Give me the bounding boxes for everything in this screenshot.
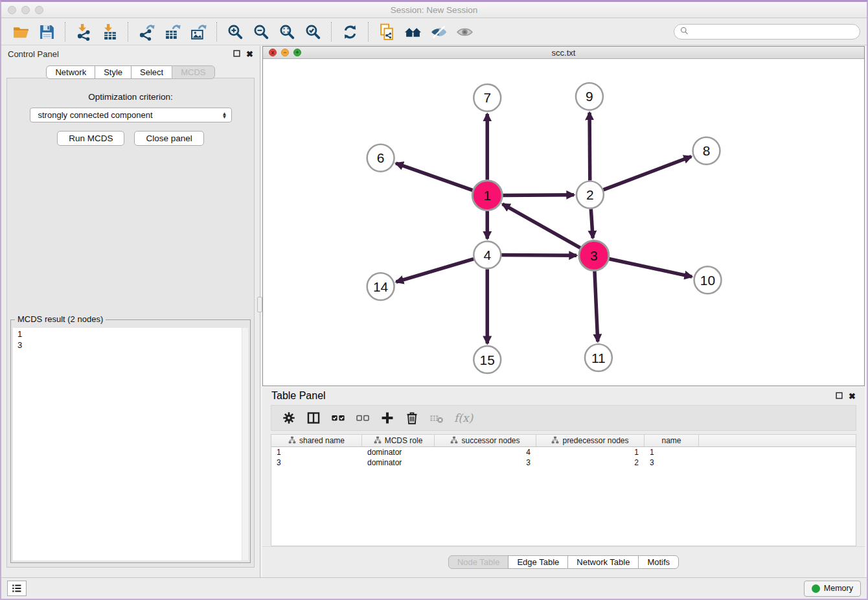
- deselect-all-columns-button[interactable]: [356, 411, 370, 425]
- tab-style[interactable]: Style: [95, 65, 131, 79]
- import-network-button[interactable]: [71, 21, 97, 43]
- float-table-panel-icon[interactable]: [836, 390, 843, 402]
- export-network-button[interactable]: [133, 21, 159, 43]
- minimize-icon[interactable]: [21, 6, 30, 14]
- zoom-fit-button[interactable]: [274, 21, 300, 43]
- cell[interactable]: 1: [536, 448, 645, 457]
- edge-4-14[interactable]: [396, 259, 474, 283]
- tab-mcds[interactable]: MCDS: [172, 65, 214, 79]
- network-graph[interactable]: 1234678910111415: [263, 60, 864, 386]
- clone-network-button[interactable]: [374, 21, 400, 43]
- zoom-out-button[interactable]: [248, 21, 274, 43]
- column-header-successor-nodes[interactable]: successor nodes: [435, 435, 536, 446]
- close-table-panel-icon[interactable]: ✖: [849, 392, 856, 400]
- node-table-header: shared nameMCDS rolesuccessor nodesprede…: [271, 435, 856, 447]
- criterion-select[interactable]: strongly connected component ▲▼: [30, 108, 232, 122]
- table-panel-title: Table Panel: [271, 390, 326, 402]
- refresh-layout-button[interactable]: [337, 21, 363, 43]
- column-header-predecessor-nodes[interactable]: predecessor nodes: [536, 435, 645, 446]
- cell[interactable]: 1: [645, 448, 699, 457]
- node-4[interactable]: 4: [474, 241, 501, 268]
- column-header-name[interactable]: name: [645, 435, 699, 446]
- edge-1-6[interactable]: [396, 163, 473, 190]
- node-10[interactable]: 10: [694, 266, 722, 294]
- search-box[interactable]: [674, 24, 860, 40]
- tab-motifs[interactable]: Motifs: [638, 555, 679, 569]
- tab-node-table[interactable]: Node Table: [448, 555, 509, 569]
- panel-splitter-handle[interactable]: [257, 297, 262, 312]
- float-panel-icon[interactable]: [233, 48, 240, 60]
- network-maximize-icon[interactable]: +: [293, 49, 301, 56]
- tab-edge-table[interactable]: Edge Table: [508, 555, 568, 569]
- cell[interactable]: dominator: [362, 458, 435, 467]
- open-session-button[interactable]: [8, 21, 34, 43]
- table-row[interactable]: 1dominator411: [271, 447, 856, 457]
- task-history-button[interactable]: [7, 581, 27, 596]
- cell[interactable]: 4: [435, 448, 536, 457]
- table-row[interactable]: 3dominator323: [271, 457, 856, 468]
- save-session-button[interactable]: [34, 21, 60, 43]
- node-6[interactable]: 6: [367, 144, 394, 172]
- edge-2-9[interactable]: [589, 113, 590, 181]
- node-8[interactable]: 8: [693, 137, 720, 165]
- tab-select[interactable]: Select: [131, 65, 172, 79]
- import-table-button[interactable]: [97, 21, 122, 43]
- edge-2-8[interactable]: [603, 157, 691, 190]
- mcds-result-text[interactable]: 1 3: [13, 328, 248, 560]
- close-panel-button[interactable]: Close panel: [134, 131, 203, 146]
- zoom-selected-button[interactable]: [300, 21, 326, 43]
- edge-2-3[interactable]: [591, 209, 593, 238]
- tab-network[interactable]: Network: [46, 65, 95, 79]
- mcds-result-title: MCDS result (2 nodes): [15, 314, 106, 324]
- cell[interactable]: 3: [271, 458, 362, 467]
- show-all-button[interactable]: [451, 21, 477, 43]
- node-1[interactable]: 1: [472, 181, 502, 211]
- network-close-icon[interactable]: x: [269, 49, 277, 56]
- search-input[interactable]: [692, 27, 854, 36]
- edge-4-3[interactable]: [501, 255, 577, 256]
- column-header-shared-name[interactable]: shared name: [271, 435, 362, 446]
- split-columns-button[interactable]: [306, 411, 321, 425]
- cell[interactable]: 3: [435, 458, 536, 467]
- run-mcds-button[interactable]: Run MCDS: [57, 131, 124, 146]
- export-table-button[interactable]: [159, 21, 185, 43]
- edge-3-11[interactable]: [595, 271, 598, 341]
- cell[interactable]: 3: [645, 458, 699, 467]
- function-builder-icon[interactable]: f(x): [454, 411, 473, 424]
- close-panel-icon[interactable]: ✖: [246, 50, 253, 58]
- column-header-filler: [699, 435, 856, 446]
- cell[interactable]: 2: [536, 458, 645, 467]
- edge-1-2[interactable]: [503, 195, 574, 196]
- tab-network-table[interactable]: Network Table: [567, 555, 639, 569]
- home-network-button[interactable]: [400, 21, 426, 43]
- close-icon[interactable]: [8, 6, 16, 14]
- cell[interactable]: dominator: [362, 448, 435, 457]
- node-table[interactable]: shared nameMCDS rolesuccessor nodesprede…: [271, 434, 856, 546]
- cell[interactable]: 1: [271, 448, 362, 457]
- node-3[interactable]: 3: [579, 240, 609, 270]
- network-window-titlebar[interactable]: scc.txt x − +: [263, 47, 864, 59]
- select-all-columns-button[interactable]: [331, 411, 345, 425]
- column-header-mcds-role[interactable]: MCDS role: [362, 435, 435, 446]
- node-2[interactable]: 2: [577, 181, 604, 209]
- zoom-in-button[interactable]: [222, 21, 248, 43]
- svg-text:6: 6: [377, 150, 385, 165]
- node-7[interactable]: 7: [474, 84, 501, 111]
- zoom-icon[interactable]: [35, 6, 43, 14]
- hide-elements-button[interactable]: [426, 21, 451, 43]
- node-11[interactable]: 11: [585, 344, 612, 371]
- network-minimize-icon[interactable]: −: [281, 49, 289, 56]
- export-image-button[interactable]: [185, 21, 211, 43]
- node-15[interactable]: 15: [474, 346, 501, 373]
- status-bar: Memory: [1, 577, 867, 599]
- memory-button[interactable]: Memory: [804, 581, 861, 597]
- network-canvas[interactable]: 1234678910111415: [263, 60, 864, 386]
- control-panel-tabs: NetworkStyleSelectMCDS: [1, 65, 260, 79]
- edge-3-1[interactable]: [503, 204, 580, 248]
- settings-button[interactable]: [282, 411, 296, 425]
- node-9[interactable]: 9: [576, 83, 603, 110]
- delete-column-button[interactable]: [405, 411, 419, 425]
- node-14[interactable]: 14: [367, 273, 394, 300]
- add-column-button[interactable]: [380, 411, 394, 425]
- edge-3-10[interactable]: [609, 259, 692, 277]
